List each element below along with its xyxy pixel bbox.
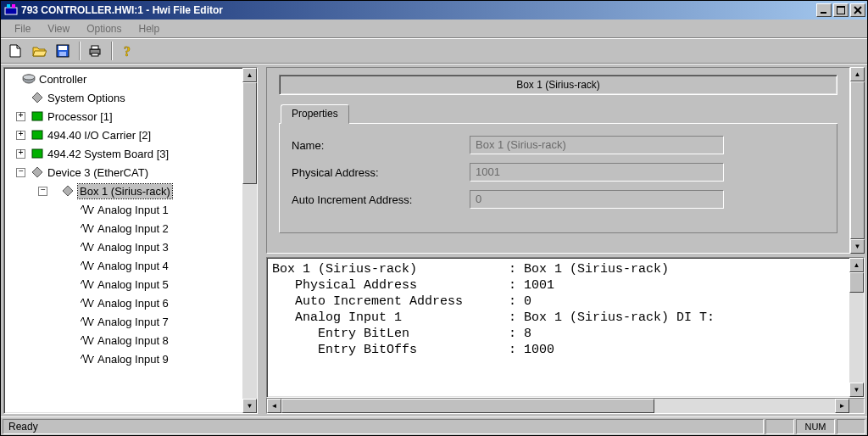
tree-node-system-board[interactable]: + 494.42 System Board [3] bbox=[4, 144, 242, 163]
diamond-grey-icon bbox=[31, 165, 44, 179]
chip-green-icon bbox=[31, 128, 44, 142]
tree-node-device3[interactable]: − Device 3 (EtherCAT) bbox=[4, 163, 242, 182]
svg-rect-3 bbox=[821, 12, 826, 14]
svg-marker-25 bbox=[63, 186, 73, 196]
menu-view[interactable]: View bbox=[39, 21, 78, 36]
help-icon[interactable]: ? bbox=[116, 41, 138, 61]
label-name: Name: bbox=[292, 139, 470, 152]
details-hscrollbar[interactable]: ◄ ► bbox=[267, 399, 864, 413]
minimize-button[interactable] bbox=[816, 3, 832, 17]
client-area: Controller System Options + Processor [1… bbox=[1, 64, 867, 416]
field-auto-increment[interactable]: 0 bbox=[470, 190, 724, 209]
tree-node-ai1[interactable]: Analog Input 1 bbox=[4, 200, 242, 219]
chip-green-icon bbox=[31, 109, 44, 123]
toolbar-separator-2 bbox=[111, 42, 113, 60]
svg-text:?: ? bbox=[124, 44, 131, 59]
expand-icon[interactable]: + bbox=[16, 112, 25, 121]
tab-properties[interactable]: Properties bbox=[281, 104, 349, 124]
open-file-icon[interactable] bbox=[28, 41, 50, 61]
status-well-blank2 bbox=[837, 419, 865, 434]
svg-marker-20 bbox=[32, 92, 42, 103]
tree-node-ai2[interactable]: Analog Input 2 bbox=[4, 219, 242, 238]
signal-icon bbox=[81, 315, 94, 328]
scroll-up-icon[interactable]: ▲ bbox=[242, 68, 257, 82]
scroll-up-icon[interactable]: ▲ bbox=[850, 67, 865, 81]
expand-icon[interactable]: + bbox=[16, 131, 25, 140]
signal-icon bbox=[81, 277, 94, 291]
status-text: Ready bbox=[3, 419, 764, 434]
scroll-down-icon[interactable]: ▼ bbox=[849, 383, 864, 397]
print-icon[interactable] bbox=[84, 41, 106, 61]
close-button[interactable] bbox=[850, 3, 865, 17]
signal-icon bbox=[81, 296, 94, 310]
controller-icon bbox=[22, 72, 36, 86]
tree-node-ai3[interactable]: Analog Input 3 bbox=[4, 238, 242, 256]
signal-icon bbox=[81, 352, 94, 366]
collapse-icon[interactable]: − bbox=[16, 168, 25, 177]
menu-file[interactable]: File bbox=[6, 21, 39, 36]
window-title: 793 CONTROLLER.HWI:1 - Hwi File Editor bbox=[21, 4, 815, 16]
svg-rect-22 bbox=[32, 131, 42, 139]
svg-rect-15 bbox=[92, 46, 98, 49]
svg-rect-16 bbox=[92, 53, 98, 56]
field-physical-address[interactable]: 1001 bbox=[470, 163, 724, 182]
field-name[interactable]: Box 1 (Sirius-rack) bbox=[470, 136, 724, 154]
scroll-left-icon[interactable]: ◄ bbox=[267, 399, 281, 413]
tree-node-ai7[interactable]: Analog Input 7 bbox=[4, 312, 242, 331]
signal-icon bbox=[81, 203, 94, 216]
tree-pane: Controller System Options + Processor [1… bbox=[1, 64, 260, 416]
scroll-up-icon[interactable]: ▲ bbox=[849, 258, 864, 272]
details-panel: Box 1 (Sirius-rack) : Box 1 (Sirius-rack… bbox=[266, 257, 865, 414]
tree-node-box1[interactable]: − Box 1 (Sirius-rack) bbox=[4, 182, 242, 200]
tree-node-ai9[interactable]: Analog Input 9 bbox=[4, 349, 242, 368]
svg-rect-12 bbox=[58, 46, 67, 50]
tree-scrollbar[interactable]: ▲ ▼ bbox=[242, 68, 257, 413]
svg-rect-1 bbox=[7, 4, 10, 8]
scroll-right-icon[interactable]: ► bbox=[835, 399, 849, 413]
details-vscrollbar[interactable]: ▲ ▼ bbox=[849, 258, 864, 397]
scroll-down-icon[interactable]: ▼ bbox=[242, 399, 257, 413]
svg-rect-2 bbox=[12, 4, 15, 8]
panel-header: Box 1 (Sirius-rack) bbox=[279, 75, 837, 95]
titlebar-controls bbox=[815, 3, 865, 17]
properties-scrollbar[interactable]: ▲ ▼ bbox=[850, 67, 865, 254]
menu-options[interactable]: Options bbox=[78, 21, 130, 36]
tree-node-controller[interactable]: Controller bbox=[4, 70, 242, 88]
tree-view[interactable]: Controller System Options + Processor [1… bbox=[3, 67, 258, 414]
signal-icon bbox=[81, 221, 94, 235]
collapse-icon[interactable]: − bbox=[38, 187, 47, 196]
tree-node-processor[interactable]: + Processor [1] bbox=[4, 107, 242, 126]
tabstrip: Properties bbox=[279, 103, 837, 124]
tree-node-ai5[interactable]: Analog Input 5 bbox=[4, 275, 242, 293]
expand-icon[interactable]: + bbox=[16, 149, 25, 159]
signal-icon bbox=[81, 333, 94, 347]
maximize-button[interactable] bbox=[833, 3, 849, 17]
save-file-icon[interactable] bbox=[52, 41, 74, 61]
diamond-grey-icon bbox=[61, 184, 75, 198]
toolbar: ? bbox=[1, 38, 867, 64]
signal-icon bbox=[81, 240, 94, 254]
status-num: NUM bbox=[796, 419, 835, 434]
tree-node-ai6[interactable]: Analog Input 6 bbox=[4, 293, 242, 312]
svg-rect-0 bbox=[5, 8, 17, 14]
tab-body: Name: Box 1 (Sirius-rack) Physical Addre… bbox=[279, 124, 837, 233]
svg-marker-24 bbox=[32, 167, 42, 177]
titlebar: 793 CONTROLLER.HWI:1 - Hwi File Editor bbox=[1, 1, 867, 20]
tree-node-system-options[interactable]: System Options bbox=[4, 88, 242, 107]
svg-rect-13 bbox=[59, 52, 66, 56]
status-well-blank1 bbox=[765, 419, 794, 434]
tree-node-io-carrier[interactable]: + 494.40 I/O Carrier [2] bbox=[4, 126, 242, 144]
app-icon bbox=[4, 3, 18, 17]
chip-green-icon bbox=[31, 147, 44, 160]
tree-node-ai4[interactable]: Analog Input 4 bbox=[4, 256, 242, 275]
menu-help[interactable]: Help bbox=[131, 21, 169, 36]
new-file-icon[interactable] bbox=[4, 41, 26, 61]
label-physical-address: Physical Address: bbox=[292, 166, 470, 179]
svg-marker-8 bbox=[10, 45, 20, 57]
menubar: File View Options Help bbox=[1, 20, 867, 38]
properties-panel: Box 1 (Sirius-rack) Properties Name: Box… bbox=[266, 67, 865, 254]
scroll-down-icon[interactable]: ▼ bbox=[850, 239, 865, 254]
window: 793 CONTROLLER.HWI:1 - Hwi File Editor F… bbox=[0, 0, 868, 436]
tree-node-ai8[interactable]: Analog Input 8 bbox=[4, 331, 242, 349]
diamond-grey-icon bbox=[31, 91, 44, 104]
